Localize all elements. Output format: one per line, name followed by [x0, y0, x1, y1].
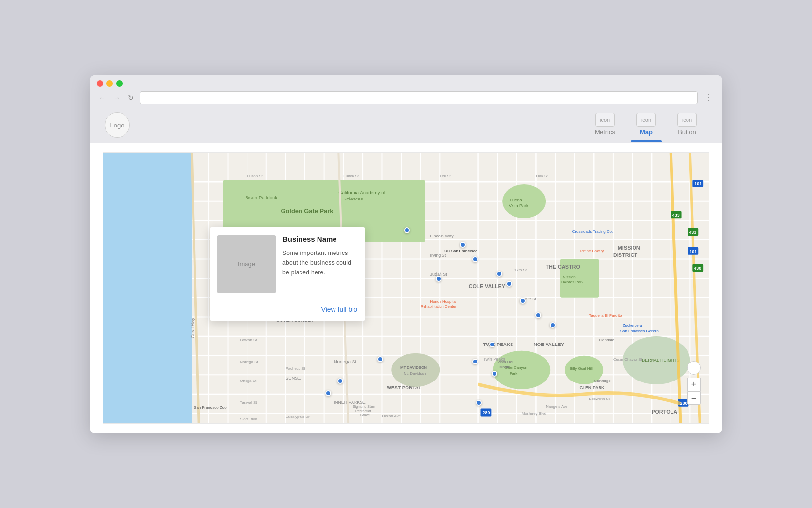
popup-content: Business Name Some important metrics abo… [282, 235, 357, 293]
map-dot[interactable] [489, 342, 495, 347]
app-header: Logo icon Metrics icon Map icon Button [90, 108, 722, 143]
zoom-in-button[interactable]: + [687, 378, 701, 391]
map-dot[interactable] [337, 378, 343, 384]
svg-text:Eucalyptus Dr: Eucalyptus Dr [285, 415, 310, 419]
popup-footer: View full bio [210, 301, 365, 321]
svg-point-46 [502, 184, 546, 218]
nav-item-button[interactable]: icon Button [667, 109, 707, 142]
svg-text:INNER PARKS...: INNER PARKS... [334, 399, 366, 404]
address-bar[interactable] [140, 91, 698, 104]
svg-text:Noriega St: Noriega St [240, 359, 258, 363]
svg-text:Recreation: Recreation [355, 409, 372, 412]
svg-text:Vista Park: Vista Park [509, 203, 529, 208]
nav-item-metrics[interactable]: icon Metrics [584, 109, 626, 142]
svg-text:430: 430 [694, 266, 701, 271]
map-dot[interactable] [436, 276, 441, 282]
svg-text:Bosworth St: Bosworth St [589, 396, 610, 400]
svg-text:101: 101 [689, 249, 697, 254]
svg-text:Sigmund Stern: Sigmund Stern [353, 404, 375, 408]
svg-text:UC San Francisco: UC San Francisco [444, 248, 477, 253]
svg-text:101: 101 [694, 181, 702, 186]
map-dot[interactable] [506, 281, 512, 287]
refresh-button[interactable]: ↻ [126, 93, 136, 103]
svg-text:Taraval St: Taraval St [240, 400, 257, 404]
browser-window: ← → ↻ ⋮ Logo icon Metrics icon Map [90, 75, 722, 433]
maximize-dot[interactable] [116, 80, 123, 87]
svg-text:Irving St: Irving St [430, 253, 446, 257]
svg-text:Monte: Monte [499, 365, 511, 369]
svg-text:280: 280 [680, 400, 688, 405]
map-dot[interactable] [472, 359, 478, 364]
map-dot[interactable] [404, 227, 410, 233]
svg-text:Mt. Davidson: Mt. Davidson [404, 371, 426, 376]
svg-text:SUNS...: SUNS... [285, 376, 301, 381]
svg-text:NOE VALLEY: NOE VALLEY [533, 341, 564, 346]
browser-menu-button[interactable]: ⋮ [702, 92, 715, 103]
svg-text:PORTOLA: PORTOLA [652, 408, 677, 414]
map-dot[interactable] [325, 390, 331, 396]
svg-text:Buena: Buena [510, 197, 522, 202]
svg-text:Sciences: Sciences [343, 196, 363, 201]
map-label: Map [640, 128, 653, 136]
svg-text:Lawton St: Lawton St [240, 337, 257, 342]
svg-text:Great Hwy: Great Hwy [190, 317, 195, 338]
metrics-icon-box: icon [595, 113, 615, 127]
svg-text:Fell St: Fell St [440, 174, 451, 178]
svg-text:California Academy of: California Academy of [338, 189, 385, 195]
svg-text:San Francisco Zoo: San Francisco Zoo [194, 405, 227, 409]
svg-text:17th St: 17th St [514, 268, 527, 272]
map-dot[interactable] [476, 400, 482, 406]
svg-text:Park: Park [510, 371, 517, 376]
logo: Logo [105, 112, 130, 138]
button-label: Button [678, 128, 696, 136]
nav-item-map[interactable]: icon Map [626, 109, 667, 142]
back-button[interactable]: ← [97, 93, 107, 103]
svg-text:Ortega St: Ortega St [240, 379, 257, 383]
map-dot[interactable] [460, 242, 466, 248]
map-dot[interactable] [535, 312, 541, 318]
svg-text:Zuckerberg: Zuckerberg [623, 323, 642, 327]
popup-description: Some important metrics about the busines… [282, 248, 357, 278]
svg-text:Mission: Mission [563, 275, 576, 279]
svg-text:Billy Goat Hill: Billy Goat Hill [570, 366, 593, 371]
map-dot[interactable] [492, 371, 497, 377]
svg-text:Fulton St: Fulton St [247, 174, 263, 178]
forward-button[interactable]: → [111, 93, 122, 103]
close-dot[interactable] [97, 80, 103, 87]
svg-text:Crossroads Trading Co.: Crossroads Trading Co. [572, 229, 613, 234]
map-popup: Image Business Name Some important metri… [210, 227, 365, 321]
view-full-bio-link[interactable]: View full bio [321, 306, 357, 313]
popup-title: Business Name [282, 235, 357, 243]
header-nav: icon Metrics icon Map icon Button [584, 109, 707, 142]
svg-text:Fulton St: Fulton St [343, 174, 359, 178]
svg-text:433: 433 [672, 213, 680, 218]
svg-text:Dolores Park: Dolores Park [561, 280, 583, 284]
map-dot[interactable] [520, 298, 526, 304]
svg-text:Oak St: Oak St [536, 174, 548, 178]
svg-text:Glenridge: Glenridge [594, 379, 611, 383]
map-container[interactable]: Golden Gate Park Bison Paddock Californi… [103, 152, 709, 424]
map-dot[interactable] [377, 356, 383, 362]
map-dot[interactable] [496, 271, 502, 277]
map-dot[interactable] [550, 322, 556, 328]
svg-text:Golden Gate Park: Golden Gate Park [281, 207, 334, 215]
browser-addressbar: ← → ↻ ⋮ [90, 90, 722, 108]
minimize-dot[interactable] [106, 80, 113, 87]
svg-text:COLE VALLEY: COLE VALLEY [469, 283, 506, 289]
svg-text:TWIN PEAKS: TWIN PEAKS [483, 341, 513, 346]
svg-text:Glendale: Glendale [599, 337, 614, 342]
svg-text:Cesar Chavez St: Cesar Chavez St [613, 357, 643, 361]
zoom-out-button[interactable]: − [687, 391, 701, 405]
browser-titlebar [90, 75, 722, 90]
map-background: Golden Gate Park Bison Paddock Californi… [103, 152, 709, 424]
svg-text:Taqueria El Farolito: Taqueria El Farolito [589, 313, 622, 318]
map-dot[interactable] [472, 256, 478, 262]
svg-text:MT DAVIDSON: MT DAVIDSON [400, 365, 427, 370]
svg-text:Noriega St: Noriega St [334, 358, 356, 363]
svg-text:MISSION: MISSION [618, 244, 640, 250]
svg-text:Vista Del: Vista Del [497, 359, 513, 363]
svg-text:Mangels Ave: Mangels Ave [546, 404, 568, 408]
svg-text:Honda Hospital: Honda Hospital [430, 299, 457, 303]
map-control-circle[interactable] [687, 361, 701, 375]
map-icon-box: icon [636, 113, 656, 127]
